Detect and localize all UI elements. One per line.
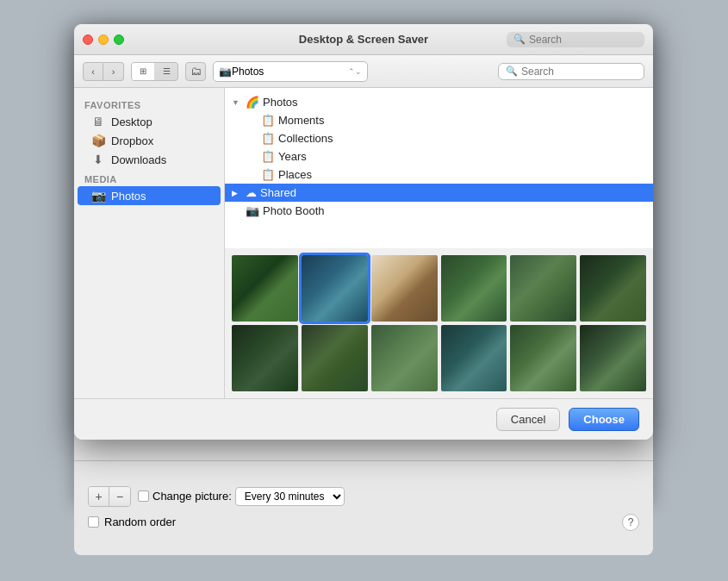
photo-9[interactable]: [371, 325, 438, 391]
source-select[interactable]: 📷 Photos ⌃⌄: [213, 61, 368, 82]
help-button[interactable]: ?: [622, 514, 639, 531]
source-select-chevron: ⌃⌄: [348, 67, 362, 76]
action-bar: Cancel Choose: [74, 398, 653, 440]
random-order-row: Random order ?: [88, 514, 639, 531]
sidebar-item-desktop-label: Desktop: [111, 116, 152, 128]
list-view-button[interactable]: ☰: [155, 63, 177, 80]
photo-11[interactable]: [510, 325, 576, 391]
add-remove-buttons[interactable]: + −: [88, 486, 131, 507]
new-folder-button[interactable]: 🗂: [185, 62, 206, 81]
moments-label: Moments: [278, 114, 324, 127]
source-select-label: Photos: [232, 66, 264, 78]
traffic-lights: [83, 34, 124, 45]
toolbar-search-icon: 🔍: [506, 66, 518, 77]
random-order-label: Random order: [104, 515, 176, 528]
photo-2[interactable]: [302, 255, 368, 322]
shared-icon: ☁: [246, 186, 257, 199]
cancel-button[interactable]: Cancel: [496, 408, 560, 431]
sidebar-item-photos[interactable]: 📷 Photos: [78, 186, 221, 205]
minimize-button[interactable]: [98, 34, 109, 45]
sidebar-item-dropbox[interactable]: 📦 Dropbox: [78, 131, 221, 150]
tree-item-shared[interactable]: ▶ ☁ Shared: [225, 184, 653, 202]
collections-label: Collections: [278, 132, 333, 145]
photos-grid: [225, 248, 653, 398]
moments-icon: 📋: [261, 114, 275, 127]
change-picture-label: Change picture:: [152, 490, 232, 503]
photo-7[interactable]: [232, 325, 298, 391]
photo-8[interactable]: [302, 325, 368, 391]
file-picker-dialog: Desktop & Screen Saver 🔍 ‹ › ⊞ ☰ 🗂: [74, 24, 653, 440]
maximize-button[interactable]: [114, 34, 124, 45]
tree-item-years[interactable]: 📋 Years: [240, 147, 653, 166]
photobooth-icon: 📷: [246, 204, 259, 217]
titlebar-search-input[interactable]: [529, 34, 638, 46]
toolbar-search-input[interactable]: [521, 66, 637, 78]
change-picture-row: Change picture: Every 30 minutes: [138, 487, 345, 506]
titlebar: Desktop & Screen Saver 🔍: [74, 24, 653, 55]
source-select-icon: 📷: [219, 66, 232, 78]
window-title: Desktop & Screen Saver: [299, 33, 428, 46]
places-icon: 📋: [261, 168, 275, 181]
interval-select[interactable]: Every 30 minutes: [235, 487, 345, 506]
photobooth-label: Photo Booth: [263, 204, 325, 217]
tree-item-moments[interactable]: 📋 Moments: [240, 111, 653, 129]
filetree: ▼ 🌈 Photos 📋 Moments: [225, 88, 653, 248]
photo-1[interactable]: [232, 255, 298, 322]
disclosure-photos: ▼: [232, 98, 242, 107]
sidebar-item-desktop[interactable]: 🖥 Desktop: [78, 112, 221, 131]
desktop-icon: 🖥: [91, 115, 105, 128]
photo-10[interactable]: [441, 325, 507, 391]
sidebar-item-downloads[interactable]: ⬇ Downloads: [78, 150, 221, 169]
sidebar-item-photos-label: Photos: [111, 190, 146, 203]
photo-6[interactable]: [580, 255, 646, 322]
bottom-panel: + − Change picture: Every 30 minutes Ran…: [74, 460, 653, 555]
choose-button[interactable]: Choose: [569, 408, 639, 431]
photo-4[interactable]: [441, 255, 507, 322]
dropbox-icon: 📦: [91, 134, 105, 147]
sidebar-item-dropbox-label: Dropbox: [111, 134, 153, 147]
random-order-checkbox[interactable]: [88, 516, 99, 528]
back-button[interactable]: ‹: [83, 62, 103, 81]
disclosure-shared: ▶: [232, 189, 242, 197]
tree-item-places[interactable]: 📋 Places: [240, 166, 653, 184]
places-label: Places: [278, 168, 312, 181]
titlebar-search-field[interactable]: 🔍: [507, 32, 644, 47]
tree-item-photobooth[interactable]: 📷 Photo Booth: [225, 202, 653, 220]
years-icon: 📋: [261, 150, 275, 163]
sidebar-item-downloads-label: Downloads: [111, 153, 166, 166]
grid-view-button[interactable]: ⊞: [132, 63, 154, 80]
shared-label: Shared: [260, 186, 296, 199]
remove-button[interactable]: −: [109, 487, 130, 506]
sidebar: Favorites 🖥 Desktop 📦 Dropbox ⬇ Download…: [74, 88, 225, 398]
downloads-icon: ⬇: [91, 153, 105, 166]
forward-button[interactable]: ›: [103, 62, 124, 81]
collections-icon: 📋: [261, 132, 275, 145]
toolbar-search-field[interactable]: 🔍: [498, 63, 644, 80]
sidebar-section-favorites: Favorites: [74, 95, 224, 112]
photos-children: 📋 Moments 📋 Collections 📋: [225, 111, 653, 184]
change-picture-checkbox[interactable]: [138, 490, 149, 502]
photo-12[interactable]: [580, 325, 646, 391]
photo-5[interactable]: [510, 255, 576, 322]
titlebar-search-icon: 🔍: [513, 34, 526, 45]
tree-item-collections[interactable]: 📋 Collections: [240, 129, 653, 147]
photos-tree-icon: 🌈: [246, 96, 259, 109]
years-label: Years: [278, 150, 307, 163]
add-button[interactable]: +: [89, 487, 109, 506]
tree-item-photos[interactable]: ▼ 🌈 Photos: [225, 93, 653, 111]
close-button[interactable]: [83, 34, 93, 45]
photos-tree-label: Photos: [263, 96, 297, 109]
photo-3[interactable]: [371, 255, 438, 322]
photos-icon: 📷: [91, 189, 105, 203]
sidebar-section-media: Media: [74, 169, 224, 186]
toolbar: ‹ › ⊞ ☰ 🗂 📷 Photos ⌃⌄ 🔍: [74, 55, 653, 88]
back-forward-buttons: ‹ ›: [83, 62, 124, 81]
view-toggle: ⊞ ☰: [131, 62, 178, 81]
dialog-body: Favorites 🖥 Desktop 📦 Dropbox ⬇ Download…: [74, 88, 653, 398]
main-content: ▼ 🌈 Photos 📋 Moments: [225, 88, 653, 398]
